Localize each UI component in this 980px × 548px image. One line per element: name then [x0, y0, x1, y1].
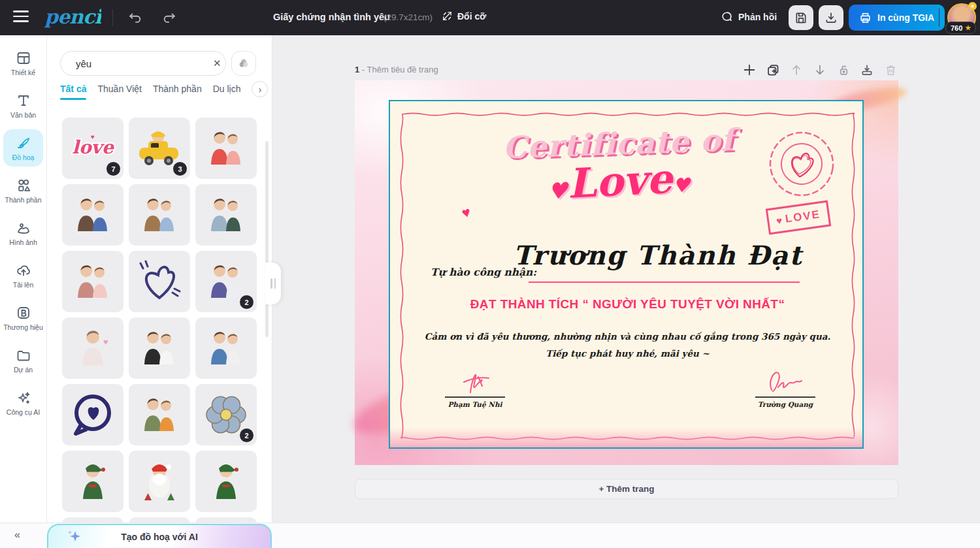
svg-text:♥: ♥: [91, 133, 95, 140]
lock-icon[interactable]: [836, 63, 851, 77]
certificate-message-1[interactable]: Cảm ơn vì đã yêu thương, nhường nhịn và …: [403, 331, 852, 342]
add-icon[interactable]: [742, 63, 757, 77]
move-up-icon: [789, 63, 804, 77]
sidebar-item-thuong-hieu[interactable]: Thương hiệu: [0, 297, 46, 339]
graphic-item-heart-speech-bubble[interactable]: [62, 384, 123, 445]
certificate-recipient-name[interactable]: Trương Thành Đạt: [511, 240, 805, 270]
search-input[interactable]: [74, 57, 207, 70]
heart-icon: ♥: [776, 214, 784, 226]
image-icon: [16, 220, 31, 236]
create-graphics-ai-button[interactable]: Tạo đồ hoạ với AI: [47, 524, 272, 548]
page-label[interactable]: 1 - Thêm tiêu đề trang: [355, 65, 438, 74]
points-badge[interactable]: 760★: [945, 22, 976, 34]
heart-icon: ♥: [547, 177, 569, 204]
signature-left[interactable]: Phạm Tuệ Nhi: [426, 368, 524, 408]
sidebar-item-tai-len[interactable]: Tải lên: [0, 254, 46, 297]
sidebar-item-van-ban[interactable]: Văn bản: [0, 84, 46, 127]
tabs-scroll-arrow-icon[interactable]: ›: [252, 81, 268, 97]
graphic-item-sketch-couple[interactable]: [129, 317, 190, 379]
search-box[interactable]: ✕: [60, 51, 226, 76]
duplicate-page-icon[interactable]: [766, 63, 780, 77]
add-page-button[interactable]: + Thêm trang: [355, 479, 898, 499]
download-page-icon[interactable]: [860, 63, 874, 77]
love-stamp-circle[interactable]: [763, 125, 840, 202]
folder-icon: [16, 347, 31, 363]
signature-right[interactable]: Trường Quang: [736, 368, 834, 408]
sidebar-item-thanh-phan[interactable]: Thành phần: [0, 169, 46, 212]
filter-button[interactable]: [231, 51, 256, 76]
document-size: (29.7x21cm): [384, 12, 433, 22]
download-button[interactable]: [819, 5, 843, 30]
upload-icon: [16, 263, 31, 278]
menu-icon[interactable]: [13, 10, 29, 25]
graphic-item-summer-outfit-couple[interactable]: [195, 317, 257, 379]
shapes-icon: [16, 178, 31, 193]
sparkles-icon: [16, 390, 31, 406]
clear-search-icon[interactable]: ✕: [213, 57, 221, 69]
save-button[interactable]: [789, 5, 813, 30]
graphic-item-christmas-elf-girl[interactable]: [62, 451, 123, 512]
tab-3[interactable]: Du lịch: [213, 84, 241, 100]
graphic-item-autumn-couple[interactable]: [129, 384, 190, 445]
save-icon: [794, 11, 808, 24]
heart-icon: ♥: [672, 173, 691, 197]
document-title[interactable]: Giấy chứng nhận tình yêu: [273, 12, 390, 22]
graphic-item-clipped-item-1[interactable]: [62, 517, 123, 523]
sidebar-item-cong-cu-ai[interactable]: Công cụ AI: [0, 381, 46, 424]
text-icon: [16, 93, 31, 108]
tab-1[interactable]: Thuần Việt: [97, 84, 141, 100]
graphic-item-kissing-couple[interactable]: [62, 184, 123, 246]
design-icon: [16, 50, 31, 66]
graphic-item-santa-with-elves[interactable]: [129, 451, 190, 512]
resize-button[interactable]: Đổi cỡ: [442, 10, 486, 22]
pen-icon: [16, 135, 31, 151]
graphic-item-hugging-couple-red[interactable]: [195, 118, 257, 179]
divider: [939, 8, 939, 27]
download-icon: [825, 11, 838, 24]
count-badge: 2: [240, 295, 253, 309]
sidebar-item-do-hoa[interactable]: Đồ hoạ: [0, 127, 46, 169]
graphic-item-love-word-sticker[interactable]: love♥7: [62, 118, 123, 179]
sidebar-item-hinh-anh[interactable]: Hình ảnh: [0, 212, 46, 254]
graphic-item-blue-flower[interactable]: 2: [195, 384, 257, 445]
count-badge: 7: [106, 162, 120, 176]
tab-2[interactable]: Thành phần: [153, 84, 202, 100]
graphic-item-boy-with-heart[interactable]: ♥: [62, 317, 123, 379]
graphic-item-clipped-item-2[interactable]: [129, 517, 190, 523]
resize-icon: [442, 10, 453, 22]
crown-badge-icon: ★: [968, 2, 977, 10]
sidebar-item-du-an[interactable]: Dự án: [0, 339, 46, 381]
graphic-item-clipped-item-3[interactable]: [195, 517, 257, 523]
chat-bubble-icon: [721, 10, 733, 23]
redo-icon[interactable]: [162, 10, 176, 25]
signature-scribble: [762, 368, 808, 395]
graphic-item-boy-in-yellow-car[interactable]: 3: [129, 118, 190, 179]
certificate-element[interactable]: Certificate of ♥Love♥ ♥ ♥ LOVE Tự hào cô…: [389, 100, 864, 449]
print-with-tgia-button[interactable]: In cùng TGIA: [849, 5, 945, 31]
color-filter-icon: [237, 57, 250, 70]
graphic-item-sitting-couple-pink[interactable]: [62, 251, 123, 312]
certificate-achievement[interactable]: ĐẠT THÀNH TÍCH “ NGƯỜI YÊU TUYỆT VỜI NHẤ…: [400, 297, 855, 312]
topbar: penci Giấy chứng nhận tình yêu (29.7x21c…: [0, 0, 980, 35]
feedback-button[interactable]: Phản hồi: [721, 10, 777, 23]
graphic-item-walking-couple-purple[interactable]: 2: [195, 251, 257, 312]
graphic-item-christmas-elf-boy[interactable]: [195, 451, 257, 512]
graphic-item-heart-line-doodle[interactable]: [129, 251, 190, 312]
graphic-item-standing-couple[interactable]: [129, 184, 190, 246]
canvas-toolbar: [742, 63, 898, 77]
app-logo[interactable]: penci: [44, 5, 101, 28]
signature-scribble: [452, 368, 498, 395]
sidebar-rail: Thiết kếVăn bảnĐồ hoạThành phầnHình ảnhT…: [0, 35, 47, 523]
collapse-panel-button[interactable]: «: [14, 529, 19, 541]
signature-line: [755, 396, 815, 398]
move-down-icon: [813, 63, 827, 77]
panel-scrollbar[interactable]: [265, 141, 269, 337]
count-badge: 2: [240, 428, 253, 442]
sidebar-item-thiet-ke[interactable]: Thiết kế: [0, 42, 46, 84]
panel-collapse-handle[interactable]: [265, 263, 281, 304]
certificate-message-2[interactable]: Tiếp tục phát huy nhé, mãi yêu ~: [403, 348, 852, 359]
count-badge: 3: [173, 162, 187, 176]
undo-icon[interactable]: [128, 10, 142, 25]
graphic-item-green-hoodie-couple[interactable]: [195, 184, 257, 246]
tab-0[interactable]: Tất cả: [60, 84, 86, 100]
